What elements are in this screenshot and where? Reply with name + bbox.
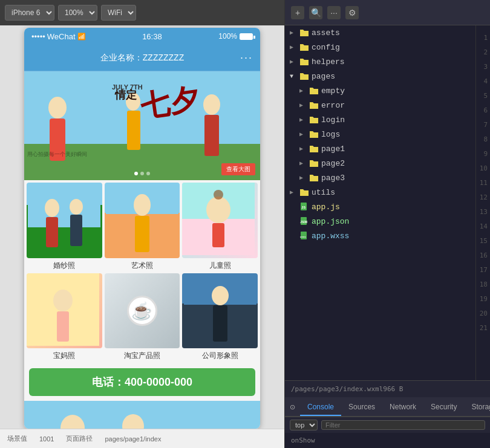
photo-item-baby[interactable]: 宝妈照 (27, 273, 102, 362)
label-appjson: app.json (312, 217, 349, 226)
tree-item-page2[interactable]: ▶ page2 (285, 156, 475, 170)
label-empty: empty (321, 86, 345, 96)
devtools-search-btn[interactable]: 🔍 (309, 6, 322, 19)
folder-icon-utils (299, 187, 309, 197)
folder-icon-login (309, 115, 319, 125)
tree-item-assets[interactable]: ▶ assets (285, 25, 475, 40)
banner-more-btn[interactable]: 查看大图 (221, 163, 255, 175)
label-utils: utils (312, 188, 335, 197)
devtools-toolbar: + 🔍 ··· ⚙ (285, 0, 490, 25)
devtools-add-btn[interactable]: + (291, 6, 304, 19)
banner-content: 七夕 情定 JULY 7TH 用心拍摄每一个美好瞬间 查看大图 (24, 71, 260, 180)
svg-rect-15 (46, 217, 58, 247)
photo-item-company[interactable]: 公司形象照 (182, 273, 258, 362)
photo-item-children[interactable]: 儿童照 (182, 183, 258, 271)
line-21: 21 (476, 320, 488, 335)
line-11: 11 (476, 175, 488, 190)
tab-elements[interactable]: ⊙ (285, 400, 300, 416)
photo-item-taobao[interactable]: ☕ 淘宝产品照 (105, 273, 180, 362)
wedding-svg (28, 184, 100, 256)
network-selector[interactable]: WiFi (101, 5, 136, 21)
bottom-status-bar: 场景值 1001 页面路径 pages/page1/index (0, 429, 284, 448)
svg-rect-26 (212, 223, 224, 247)
tree-item-pages[interactable]: ▼ pages (285, 69, 475, 83)
tab-elements-icon: ⊙ (290, 403, 295, 411)
tab-sources[interactable]: Sources (341, 399, 382, 416)
tree-item-appwxss[interactable]: ▶ WXSS app.wxss (285, 229, 475, 243)
arrow-assets: ▶ (290, 29, 299, 36)
zoom-selector[interactable]: 100% (58, 5, 97, 21)
svg-rect-21 (135, 216, 149, 252)
arrow-logs: ▶ (299, 131, 309, 138)
photo-label-taobao: 淘宝产品照 (124, 351, 160, 361)
line-2: 2 (476, 45, 488, 59)
status-right: 100% (218, 32, 253, 41)
wifi-icon: 📶 (77, 33, 86, 41)
tree-item-utils[interactable]: ▶ utils (285, 185, 475, 200)
banner-dot-3[interactable] (146, 172, 150, 175)
tree-item-empty[interactable]: ▶ empty (285, 83, 475, 98)
signal-dots: ••••• (31, 32, 45, 41)
tab-security[interactable]: Security (423, 399, 464, 416)
devtools-settings-btn[interactable]: ⚙ (345, 6, 359, 19)
svg-point-28 (53, 290, 73, 311)
status-bar: ••••• WeChat 📶 16:38 100% (24, 28, 260, 45)
banner-dot-1[interactable] (134, 172, 138, 175)
tab-console[interactable]: Console (300, 399, 341, 416)
arrow-empty: ▶ (299, 87, 309, 94)
svg-point-32 (212, 286, 229, 305)
label-page2: page2 (321, 159, 345, 168)
line-16: 16 (476, 248, 488, 262)
console-bottom: onShow (285, 433, 490, 449)
tree-item-login[interactable]: ▶ login (285, 112, 475, 127)
tree-item-page1[interactable]: ▶ page1 (285, 141, 475, 156)
tab-storage[interactable]: Storage (464, 399, 490, 416)
svg-point-24 (206, 196, 230, 223)
svg-text:JS: JS (301, 206, 306, 210)
svg-rect-13 (28, 227, 100, 256)
tree-item-appjs[interactable]: ▶ JS app.js (285, 200, 475, 214)
label-login: login (321, 115, 345, 125)
call-button[interactable]: 电话：400-0000-000 (29, 368, 255, 396)
svg-text:WXSS: WXSS (300, 236, 306, 238)
simulator-toolbar: iPhone 6 100% WiFi (0, 0, 284, 25)
line-9: 9 (476, 146, 488, 161)
baby-svg (27, 273, 99, 346)
banner-dots (134, 172, 150, 175)
label-appwxss: app.wxss (312, 232, 349, 241)
tree-item-page3[interactable]: ▶ page3 (285, 170, 475, 185)
tab-network[interactable]: Network (382, 399, 423, 416)
photo-item-art[interactable]: 艺术照 (105, 183, 180, 271)
arrow-login: ▶ (299, 116, 309, 123)
line-18: 18 (476, 277, 488, 291)
photo-label-art: 艺术照 (131, 261, 153, 271)
phone-content: 七夕 情定 JULY 7TH 用心拍摄每一个美好瞬间 查看大图 (24, 71, 260, 429)
photo-thumb-wedding (27, 183, 102, 258)
devtools-more-btn[interactable]: ··· (327, 6, 341, 19)
label-appjs: app.js (312, 203, 340, 212)
tree-item-logs[interactable]: ▶ logs (285, 127, 475, 141)
line-19: 19 (476, 291, 488, 306)
console-filter-input[interactable] (321, 420, 485, 430)
arrow-pages: ▼ (290, 73, 299, 80)
wechat-header: 企业名称：ZZZZZZZZ ··· (24, 45, 260, 71)
tree-item-config[interactable]: ▶ config (285, 40, 475, 54)
console-context-select[interactable]: top (290, 420, 318, 430)
tree-item-appjson[interactable]: ▶ JSON app.json (285, 214, 475, 229)
arrow-config: ▶ (290, 44, 299, 51)
art-svg (106, 184, 178, 256)
scene-value: 1001 (39, 435, 54, 443)
line-15: 15 (476, 233, 488, 248)
svg-text:JULY 7TH: JULY 7TH (112, 83, 143, 91)
svg-text:JSON: JSON (300, 221, 307, 224)
tree-item-helpers[interactable]: ▶ helpers (285, 54, 475, 69)
line-10: 10 (476, 161, 488, 175)
tree-item-error[interactable]: ▶ error (285, 98, 475, 112)
battery-pct: 100% (218, 32, 237, 41)
header-dots[interactable]: ··· (240, 51, 253, 64)
battery-fill (240, 34, 252, 39)
device-selector[interactable]: iPhone 6 (5, 5, 54, 21)
banner-dot-2[interactable] (140, 172, 144, 175)
photo-label-company: 公司形象照 (202, 351, 238, 361)
photo-item-wedding[interactable]: 婚纱照 (27, 183, 102, 271)
